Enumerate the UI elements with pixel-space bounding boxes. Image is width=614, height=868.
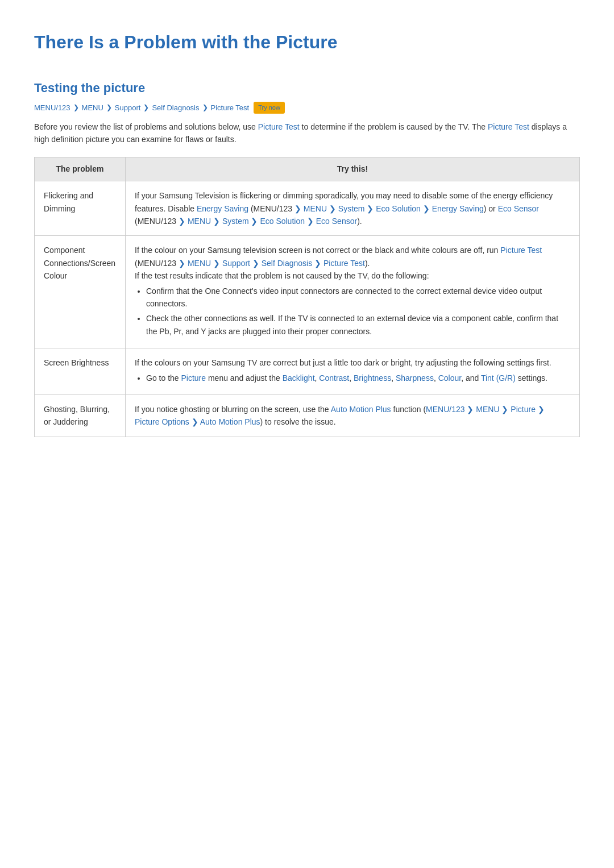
colour-link[interactable]: Colour [438,373,461,383]
table-row: Screen Brightness If the colours on your… [35,348,580,395]
backlight-link[interactable]: Backlight [283,373,315,383]
menu-path-picture-test: ❯ MENU ❯ Support ❯ Self Diagnosis ❯ Pict… [179,259,365,268]
component-solution-item: Check the other connections as well. If … [146,312,570,338]
breadcrumb-self-diagnosis[interactable]: Self Diagnosis [152,102,199,114]
breadcrumb-sep2: ❯ [106,102,112,113]
breadcrumb-menu123[interactable]: MENU/123 [34,102,70,114]
brightness-link[interactable]: Brightness [354,373,391,383]
intro-text: Before you review the list of problems a… [34,121,580,146]
problem-brightness: Screen Brightness [35,348,126,395]
breadcrumb-support[interactable]: Support [115,102,141,114]
problem-table: The problem Try this! Flickering and Dim… [34,157,580,437]
table-row: Ghosting, Blurring, or Juddering If you … [35,394,580,437]
brightness-solution-list: Go to the Picture menu and adjust the Ba… [135,372,570,384]
menu-path-eco-sensor: ❯ MENU ❯ System ❯ Eco Solution ❯ Eco Sen… [179,217,357,226]
breadcrumb-menu[interactable]: MENU [82,102,103,114]
solution-brightness: If the colours on your Samsung TV are co… [126,348,580,395]
brightness-solution-item: Go to the Picture menu and adjust the Ba… [146,372,570,384]
table-row: Flickering and Dimming If your Samsung T… [35,181,580,236]
page-title: There Is a Problem with the Picture [34,28,580,56]
solution-ghosting: If you notice ghosting or blurring on th… [126,394,580,437]
tint-link[interactable]: Tint (G/R) [481,373,516,383]
problem-ghosting: Ghosting, Blurring, or Juddering [35,394,126,437]
col-header-solution: Try this! [126,157,580,181]
menu-path-energy-saving: ❯ MENU ❯ System ❯ Eco Solution ❯ Energy … [294,204,484,213]
solution-component: If the colour on your Samsung television… [126,236,580,348]
table-header-row: The problem Try this! [35,157,580,181]
component-solution-list: Confirm that the One Connect's video inp… [135,285,570,338]
picture-test-link-2[interactable]: Picture Test [488,122,529,131]
breadcrumb-sep4: ❯ [202,102,208,113]
contrast-link[interactable]: Contrast [319,373,349,383]
breadcrumb-picture-test[interactable]: Picture Test [211,102,250,114]
breadcrumb: MENU/123 ❯ MENU ❯ Support ❯ Self Diagnos… [34,102,580,114]
breadcrumb-sep3: ❯ [143,102,149,113]
picture-test-link-1[interactable]: Picture Test [258,122,300,131]
breadcrumb-sep1: ❯ [73,102,79,113]
eco-sensor-link[interactable]: Eco Sensor [498,204,539,213]
table-row: Component Connections/Screen Colour If t… [35,236,580,348]
try-now-badge[interactable]: Try now [254,102,285,114]
problem-flickering: Flickering and Dimming [35,181,126,236]
picture-test-link-3[interactable]: Picture Test [500,246,542,255]
auto-motion-plus-link[interactable]: Auto Motion Plus [331,405,391,414]
energy-saving-link[interactable]: Energy Saving [197,204,248,213]
component-solution-item: Confirm that the One Connect's video inp… [146,285,570,310]
problem-component: Component Connections/Screen Colour [35,236,126,348]
sharpness-link[interactable]: Sharpness [396,373,434,383]
section-title: Testing the picture [34,78,580,97]
solution-flickering: If your Samsung Television is flickering… [126,181,580,236]
picture-menu-link[interactable]: Picture [181,373,206,383]
col-header-problem: The problem [35,157,126,181]
